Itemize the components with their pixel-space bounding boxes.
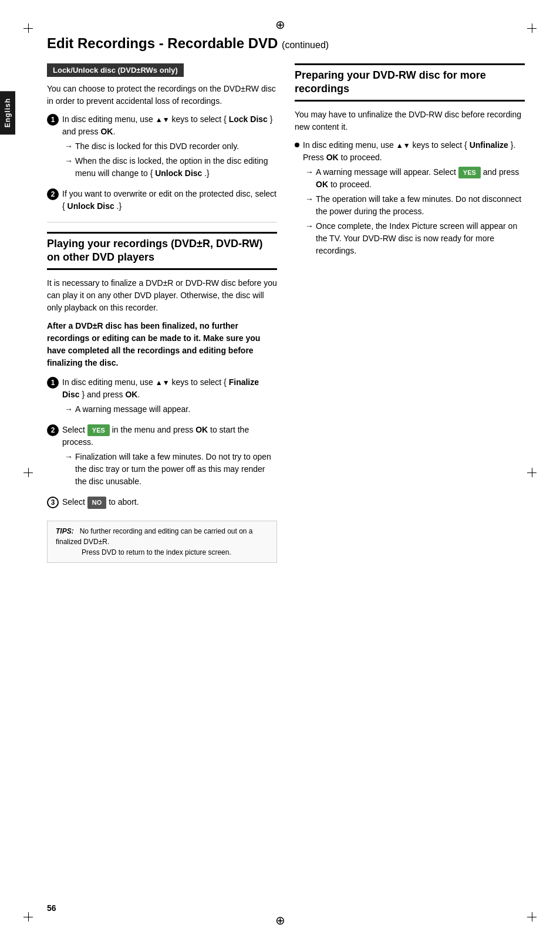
arrows-icon-2: ▲▼	[156, 379, 170, 387]
tips-line1: No further recording and editing can be …	[56, 527, 253, 546]
ok-label-3: OK	[195, 425, 208, 434]
lock-step-1: 1 In disc editing menu, use ▲▼ keys to s…	[47, 113, 277, 182]
play-step-num-3: 3	[47, 497, 59, 508]
right-arrow2: → The operation will take a few minutes.…	[303, 193, 525, 218]
play-step-num-2: 2	[47, 424, 59, 436]
divider-1	[47, 222, 277, 222]
lock-step-2: 2 If you want to overwrite or edit on th…	[47, 188, 277, 212]
step-1-content: In disc editing menu, use ▲▼ keys to sel…	[62, 113, 277, 182]
tips-box: TIPS: No further recording and editing c…	[47, 521, 277, 563]
right-section-heading: Preparing your DVD-RW disc for more reco…	[295, 63, 525, 102]
right-arrow3: → Once complete, the Index Picture scree…	[303, 220, 525, 257]
step-2-content: If you want to overwrite or edit on the …	[62, 188, 277, 212]
step1-arrow1: → The disc is locked for this DVD record…	[62, 140, 277, 153]
play-step2-arrow: → Finalization will take a few minutes. …	[62, 451, 277, 488]
step-num-2: 2	[47, 188, 59, 200]
play-step-3: 3 Select NO to abort.	[47, 496, 277, 509]
unlock-disc-label: Unlock Disc	[68, 201, 114, 211]
play-step-1: 1 In disc editing menu, use ▲▼ keys to s…	[47, 376, 277, 418]
right-arrow1: → A warning message will appear. Select …	[303, 166, 525, 191]
ok-label-2: OK	[125, 390, 137, 399]
play-step-2: 2 Select YES in the menu and press OK to…	[47, 424, 277, 491]
arrows-icon-3: ▲▼	[396, 141, 410, 150]
play-step2-arrow-text: Finalization will take a few minutes. Do…	[75, 451, 277, 488]
step1-arrow2: → When the disc is locked, the option in…	[62, 155, 277, 180]
play-step-1-content: In disc editing menu, use ▲▼ keys to sel…	[62, 376, 277, 418]
playing-warning: After a DVD±R disc has been finalized, n…	[47, 320, 277, 369]
lock-disc-label: Lock Disc	[229, 114, 268, 124]
tips-line2: Press DVD to return to the index picture…	[56, 547, 231, 558]
right-arrow3-text: Once complete, the Index Picture screen …	[316, 220, 525, 257]
right-intro: You may have to unfinalize the DVD-RW di…	[295, 109, 525, 133]
lock-section: Lock/Unlock disc (DVD±RWs only) You can …	[47, 63, 277, 212]
play-step1-arrow: → A warning message will appear.	[62, 403, 277, 416]
right-bullet-item: In disc editing menu, use ▲▼ keys to sel…	[295, 139, 525, 260]
step1-arrow2-text: When the disc is locked, the option in t…	[75, 155, 277, 180]
playing-section: Playing your recordings (DVD±R, DVD-RW) …	[47, 232, 277, 509]
lock-section-label: Lock/Unlock disc (DVD±RWs only)	[47, 63, 184, 77]
play-step-3-content: Select NO to abort.	[62, 496, 277, 509]
right-bullet-content: In disc editing menu, use ▲▼ keys to sel…	[303, 139, 525, 260]
yes-button-display: YES	[87, 424, 110, 437]
playing-intro: It is necessary to finalize a DVD±R or D…	[47, 277, 277, 314]
right-column: Preparing your DVD-RW disc for more reco…	[295, 63, 525, 563]
no-button-display: NO	[87, 497, 107, 509]
bullet-dot-icon	[295, 143, 299, 147]
lock-intro: You can choose to protect the recordings…	[47, 83, 277, 107]
tips-label: TIPS:	[56, 527, 74, 535]
right-arrow2-text: The operation will take a few minutes. D…	[316, 193, 525, 218]
page-number: 56	[47, 903, 56, 913]
play-step-num-1: 1	[47, 377, 59, 389]
arrows-icon: ▲▼	[156, 116, 170, 124]
play-step1-arrow-text: A warning message will appear.	[75, 403, 190, 416]
ok-label: OK	[100, 127, 113, 136]
yes-button-right: YES	[458, 167, 481, 179]
right-arrow1-text: A warning message will appear. Select YE…	[316, 166, 525, 191]
step1-arrow1-text: The disc is locked for this DVD recorder…	[75, 140, 239, 153]
unfinalize-label: Unfinalize	[470, 140, 508, 150]
step-num-1: 1	[47, 114, 59, 126]
ok-label-4: OK	[326, 153, 339, 162]
left-column: Lock/Unlock disc (DVD±RWs only) You can …	[47, 63, 277, 563]
ok-label-5: OK	[316, 180, 328, 189]
play-step-2-content: Select YES in the menu and press OK to s…	[62, 424, 277, 491]
playing-section-heading: Playing your recordings (DVD±R, DVD-RW) …	[47, 232, 277, 270]
page-title: Edit Recordings - Recordable DVD (contin…	[47, 35, 525, 52]
